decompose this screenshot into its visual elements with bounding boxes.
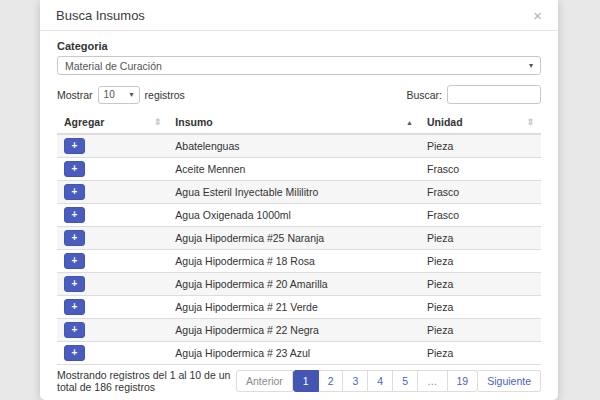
pagination-page-5[interactable]: 5: [393, 370, 418, 392]
sort-both-icon: ⇕: [154, 117, 162, 127]
table-row: +Aguja Hipodermica # 18 RosaPieza: [57, 250, 541, 273]
agregar-cell: +: [57, 227, 168, 250]
agregar-cell: +: [57, 158, 168, 181]
pagination-page-4[interactable]: 4: [368, 370, 393, 392]
category-label: Categoria: [57, 40, 541, 52]
unidad-cell: Pieza: [420, 296, 541, 319]
length-selected-value: 10: [104, 89, 115, 100]
table-controls: Mostrar 10 ▾ registros Buscar:: [57, 85, 541, 104]
agregar-cell: +: [57, 204, 168, 227]
add-row-button[interactable]: +: [64, 253, 85, 269]
insumos-table: Agregar ⇕ Insumo ▲ Unidad ⇕: [57, 112, 541, 365]
pagination-next[interactable]: Siguiente: [478, 370, 541, 392]
unidad-cell: Frasco: [420, 181, 541, 204]
unidad-cell: Pieza: [420, 273, 541, 296]
table-row: +Aguja Hipodermica # 22 NegraPieza: [57, 319, 541, 342]
records-info: Mostrando registros del 1 al 10 de un to…: [57, 369, 236, 393]
chevron-down-icon: ▾: [130, 90, 134, 99]
search-control: Buscar:: [406, 85, 541, 104]
chevron-down-icon: ▾: [529, 61, 533, 70]
insumo-cell: Abatelenguas: [168, 134, 420, 158]
agregar-cell: +: [57, 181, 168, 204]
add-row-button[interactable]: +: [64, 138, 85, 154]
unidad-cell: Pieza: [420, 227, 541, 250]
table-body: +AbatelenguasPieza+Aceite MennenFrasco+A…: [57, 134, 541, 365]
length-control: Mostrar 10 ▾ registros: [57, 86, 185, 104]
agregar-cell: +: [57, 342, 168, 365]
insumo-cell: Agua Oxigenada 1000ml: [168, 204, 420, 227]
table-row: +Agua Oxigenada 1000mlFrasco: [57, 204, 541, 227]
unidad-cell: Pieza: [420, 342, 541, 365]
sort-both-icon: ⇕: [526, 117, 534, 127]
pagination: Anterior 12345…19 Siguiente: [236, 370, 541, 392]
search-input[interactable]: [447, 85, 541, 104]
add-row-button[interactable]: +: [64, 184, 85, 200]
unidad-cell: Pieza: [420, 250, 541, 273]
category-select[interactable]: Material de Curación ▾: [57, 56, 541, 75]
table-row: +AbatelenguasPieza: [57, 134, 541, 158]
unidad-cell: Frasco: [420, 158, 541, 181]
modal-title: Busca Insumos: [56, 8, 145, 23]
length-prefix: Mostrar: [57, 89, 93, 101]
table-row: +Aceite MennenFrasco: [57, 158, 541, 181]
unidad-cell: Pieza: [420, 134, 541, 158]
add-row-button[interactable]: +: [64, 345, 85, 361]
close-icon[interactable]: ×: [533, 9, 542, 22]
search-label: Buscar:: [406, 89, 442, 101]
modal-body: Categoria Material de Curación ▾ Mostrar…: [40, 31, 558, 393]
insumo-cell: Aceite Mennen: [168, 158, 420, 181]
insumo-cell: Aguja Hipodermica # 20 Amarilla: [168, 273, 420, 296]
category-selected-value: Material de Curación: [65, 60, 162, 72]
insumo-cell: Aguja Hipodermica # 22 Negra: [168, 319, 420, 342]
insumo-cell: Aguja Hipodermica # 18 Rosa: [168, 250, 420, 273]
agregar-cell: +: [57, 250, 168, 273]
pagination-pages: 12345…19: [293, 370, 478, 392]
add-row-button[interactable]: +: [64, 161, 85, 177]
column-header-agregar[interactable]: Agregar ⇕: [57, 112, 168, 134]
insumo-cell: Aguja Hipodermica # 21 Verde: [168, 296, 420, 319]
add-row-button[interactable]: +: [64, 276, 85, 292]
agregar-cell: +: [57, 296, 168, 319]
length-suffix: registros: [145, 89, 185, 101]
table-row: +Agua Esteril Inyectable MililitroFrasco: [57, 181, 541, 204]
agregar-cell: +: [57, 319, 168, 342]
agregar-cell: +: [57, 273, 168, 296]
pagination-page-3[interactable]: 3: [343, 370, 368, 392]
add-row-button[interactable]: +: [64, 322, 85, 338]
insumo-cell: Agua Esteril Inyectable Mililitro: [168, 181, 420, 204]
add-row-button[interactable]: +: [64, 207, 85, 223]
insumo-cell: Aguja Hipodermica # 23 Azul: [168, 342, 420, 365]
column-header-insumo[interactable]: Insumo ▲: [168, 112, 420, 134]
pagination-ellipsis: …: [418, 370, 448, 392]
table-header-row: Agregar ⇕ Insumo ▲ Unidad ⇕: [57, 112, 541, 134]
unidad-cell: Frasco: [420, 204, 541, 227]
add-row-button[interactable]: +: [64, 230, 85, 246]
add-row-button[interactable]: +: [64, 299, 85, 315]
sort-asc-icon: ▲: [406, 119, 413, 126]
page-length-select[interactable]: 10 ▾: [98, 86, 140, 104]
table-row: +Aguja Hipodermica # 23 AzulPieza: [57, 342, 541, 365]
column-header-unidad[interactable]: Unidad ⇕: [420, 112, 541, 134]
table-row: +Aguja Hipodermica # 21 VerdePieza: [57, 296, 541, 319]
pagination-previous[interactable]: Anterior: [236, 370, 293, 392]
pagination-page-2[interactable]: 2: [319, 370, 344, 392]
pagination-page-1[interactable]: 1: [293, 370, 319, 392]
table-row: +Aguja Hipodermica #25 NaranjaPieza: [57, 227, 541, 250]
table-row: +Aguja Hipodermica # 20 AmarillaPieza: [57, 273, 541, 296]
modal-header: Busca Insumos ×: [40, 0, 558, 31]
busca-insumos-modal: Busca Insumos × Categoria Material de Cu…: [40, 0, 558, 400]
agregar-cell: +: [57, 134, 168, 158]
pagination-page-19[interactable]: 19: [448, 370, 479, 392]
insumo-cell: Aguja Hipodermica #25 Naranja: [168, 227, 420, 250]
unidad-cell: Pieza: [420, 319, 541, 342]
table-footer: Mostrando registros del 1 al 10 de un to…: [57, 369, 541, 393]
